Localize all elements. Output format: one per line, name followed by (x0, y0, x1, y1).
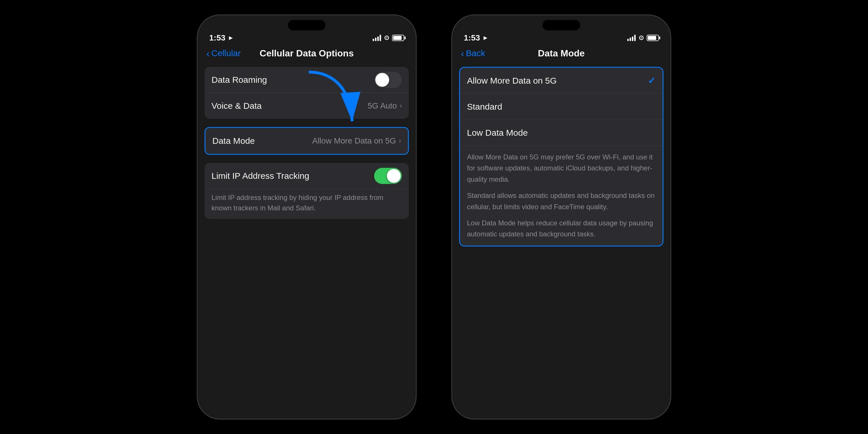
data-mode-options-box: Allow More Data on 5G ✓ Standard Low Dat… (459, 67, 663, 247)
voice-data-label: Voice & Data (212, 101, 261, 111)
description-block: Allow More Data on 5G may prefer 5G over… (460, 146, 662, 246)
back-label-1: Cellular (211, 48, 241, 58)
limit-ip-toggle[interactable] (374, 168, 402, 184)
content-2: Allow More Data on 5G ✓ Standard Low Dat… (452, 61, 671, 418)
phone-1: 1:53 ► ⊙ ‹ Cellular Cellular Data Option… (197, 14, 416, 420)
desc-standard: Standard allows automatic updates and ba… (467, 190, 656, 212)
nav-title-2: Data Mode (538, 48, 585, 59)
settings-group-1: Data Roaming Voice & Data 5G Auto › (205, 67, 409, 119)
battery-icon (392, 35, 404, 41)
time-display: 1:53 (209, 33, 225, 42)
data-mode-group: Data Mode Allow More Data on 5G › (205, 127, 409, 155)
data-mode-row[interactable]: Data Mode Allow More Data on 5G › (206, 128, 408, 154)
limit-ip-label: Limit IP Address Tracking (212, 171, 309, 181)
nav-title-1: Cellular Data Options (259, 48, 353, 59)
option-label-low-data: Low Data Mode (467, 128, 528, 138)
option-allow-more-data[interactable]: Allow More Data on 5G ✓ (460, 68, 662, 94)
option-label-allow: Allow More Data on 5G (467, 76, 557, 86)
data-roaming-label: Data Roaming (212, 75, 267, 85)
status-bar-2: 1:53 ► ⊙ (452, 30, 671, 42)
back-label-2: Back (466, 48, 485, 58)
status-bar: 1:53 ► ⊙ (197, 30, 416, 42)
option-label-standard: Standard (467, 102, 502, 112)
status-right: ⊙ (373, 34, 404, 42)
dynamic-island-2 (542, 20, 580, 30)
signal-bars (373, 35, 381, 41)
location-icon-2: ► (482, 34, 489, 42)
option-low-data[interactable]: Low Data Mode (460, 120, 662, 146)
dynamic-island (288, 20, 326, 30)
nav-header-2: ‹ Back Data Mode (452, 42, 671, 61)
toggle-thumb (375, 73, 389, 87)
limit-ip-section: Limit IP Address Tracking Limit IP addre… (205, 163, 409, 219)
signal-bars-2 (627, 35, 636, 41)
time-display-2: 1:53 (464, 33, 480, 42)
desc-low-data: Low Data Mode helps reduce cellular data… (467, 218, 656, 240)
wifi-icon-2: ⊙ (639, 34, 644, 42)
wifi-icon: ⊙ (384, 34, 389, 42)
limit-ip-description: Limit IP address tracking by hiding your… (205, 189, 409, 219)
desc-allow-more-data: Allow More Data on 5G may prefer 5G over… (467, 152, 656, 185)
location-icon: ► (228, 34, 234, 42)
nav-header-1: ‹ Cellular Cellular Data Options (197, 42, 416, 61)
voice-data-row[interactable]: Voice & Data 5G Auto › (205, 93, 409, 119)
back-chevron-icon: ‹ (206, 48, 210, 58)
status-left-2: 1:53 ► (464, 33, 489, 42)
phone-top (197, 16, 416, 30)
data-mode-value: Allow More Data on 5G › (312, 136, 401, 146)
limit-ip-row: Limit IP Address Tracking (205, 163, 409, 189)
status-right-2: ⊙ (627, 34, 659, 42)
back-chevron-icon-2: ‹ (461, 48, 464, 58)
content-1: Data Roaming Voice & Data 5G Auto › Data… (197, 61, 416, 418)
back-button-2[interactable]: ‹ Back (461, 48, 485, 58)
phone-2: 1:53 ► ⊙ ‹ Back Data Mode Allow More Dat… (452, 14, 671, 420)
chevron-icon-data-mode: › (399, 137, 401, 145)
data-roaming-toggle[interactable] (374, 72, 402, 88)
battery-fill (393, 36, 402, 40)
option-standard[interactable]: Standard (460, 94, 662, 120)
phone-top-2 (452, 16, 671, 30)
battery-icon-2 (647, 35, 659, 41)
back-button-1[interactable]: ‹ Cellular (206, 48, 241, 58)
voice-data-value: 5G Auto › (368, 101, 402, 111)
status-left: 1:53 ► (209, 33, 234, 42)
side-button (416, 102, 416, 137)
battery-fill-2 (648, 36, 656, 40)
data-mode-label: Data Mode (212, 136, 255, 146)
side-button-2 (671, 102, 671, 137)
data-roaming-row: Data Roaming (205, 67, 409, 93)
toggle-thumb-ip (387, 169, 401, 183)
checkmark-icon: ✓ (648, 75, 656, 86)
chevron-icon-voice: › (400, 102, 402, 110)
